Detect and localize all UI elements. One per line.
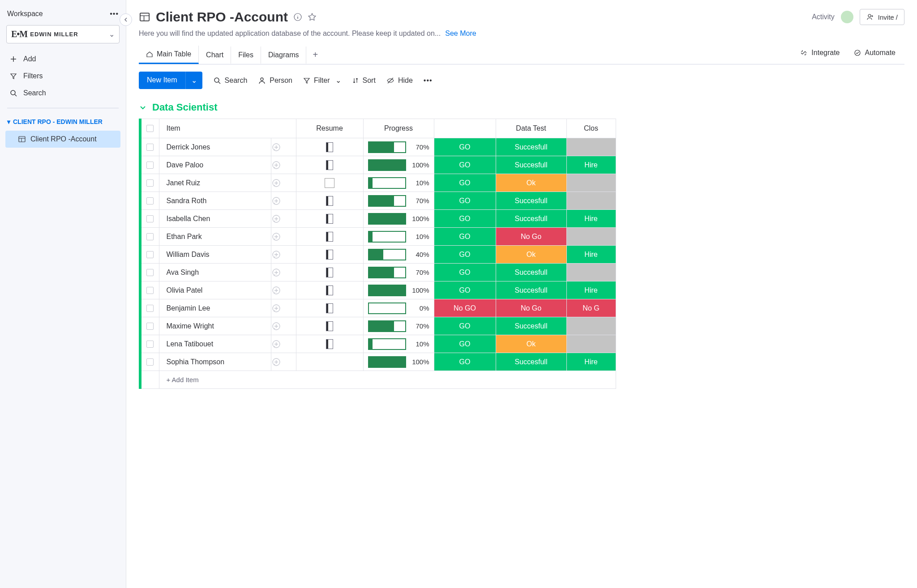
item-name-cell[interactable]: William Davis (159, 246, 271, 264)
sort-button[interactable]: Sort (352, 77, 376, 85)
datatest-status[interactable]: Succesfull (496, 281, 566, 299)
progress-cell[interactable]: 70% (363, 138, 434, 156)
table-row[interactable]: Lena Tatibouet10%GOOk (140, 335, 616, 353)
item-name-cell[interactable]: Olivia Patel (159, 281, 271, 299)
person-filter-button[interactable]: Person (258, 77, 292, 85)
table-row[interactable]: Benjamin Lee0%No GONo GoNo G (140, 299, 616, 317)
progress-cell[interactable]: 100% (363, 281, 434, 299)
analysis-status[interactable]: GO (434, 281, 496, 299)
conversation-button[interactable] (271, 210, 296, 228)
conversation-button[interactable] (271, 281, 296, 299)
row-checkbox[interactable] (140, 299, 159, 317)
progress-cell[interactable]: 10% (363, 228, 434, 246)
document-thumb-icon[interactable] (325, 178, 334, 188)
analysis-status[interactable]: GO (434, 353, 496, 371)
progress-cell[interactable]: 40% (363, 246, 434, 264)
search-button[interactable]: Search (213, 77, 248, 85)
row-checkbox[interactable] (140, 228, 159, 246)
conversation-button[interactable] (271, 353, 296, 371)
analysis-status[interactable]: GO (434, 335, 496, 353)
item-name-cell[interactable]: Ethan Park (159, 228, 271, 246)
conversation-button[interactable] (271, 174, 296, 192)
table-row[interactable]: Dave Paloo100%GOSuccesfullHire (140, 156, 616, 174)
column-progress[interactable]: Progress (363, 119, 434, 138)
conversation-button[interactable] (271, 138, 296, 156)
progress-cell[interactable]: 0% (363, 299, 434, 317)
see-more-link[interactable]: See More (445, 30, 476, 38)
closing-status[interactable] (566, 174, 616, 192)
datatest-status[interactable]: Succesfull (496, 210, 566, 228)
document-thumb-icon[interactable] (326, 303, 333, 313)
item-name-cell[interactable]: Derrick Jones (159, 138, 271, 156)
info-icon[interactable] (293, 13, 302, 21)
chevron-down-icon[interactable] (139, 103, 147, 111)
closing-status[interactable] (566, 335, 616, 353)
column-analysis[interactable]: Analysis (434, 119, 496, 138)
add-view-button[interactable]: + (306, 47, 324, 63)
datatest-status[interactable]: Ok (496, 335, 566, 353)
column-datatest[interactable]: Data Test (496, 119, 566, 138)
group-title[interactable]: Data Scientist (152, 102, 218, 113)
document-thumb-icon[interactable] (326, 196, 333, 206)
analysis-status[interactable]: GO (434, 138, 496, 156)
column-item[interactable]: Item (159, 119, 296, 138)
add-item-button[interactable]: + Add Item (159, 371, 616, 389)
datatest-status[interactable]: Succesfull (496, 192, 566, 210)
datatest-status[interactable]: Ok (496, 246, 566, 264)
closing-status[interactable]: No G (566, 299, 616, 317)
document-thumb-icon[interactable] (326, 160, 333, 170)
conversation-button[interactable] (271, 192, 296, 210)
analysis-status[interactable]: GO (434, 317, 496, 335)
document-thumb-icon[interactable] (326, 142, 333, 152)
row-checkbox[interactable] (140, 192, 159, 210)
resume-cell[interactable] (296, 228, 363, 246)
conversation-button[interactable] (271, 299, 296, 317)
datatest-status[interactable]: Ok (496, 174, 566, 192)
column-resume[interactable]: Resume (296, 119, 363, 138)
item-name-cell[interactable]: Sophia Thompson (159, 353, 271, 371)
document-thumb-icon[interactable] (326, 250, 333, 260)
resume-cell[interactable] (296, 353, 363, 371)
resume-cell[interactable] (296, 335, 363, 353)
sidebar-filters-button[interactable]: Filters (5, 68, 120, 85)
progress-cell[interactable]: 70% (363, 192, 434, 210)
datatest-status[interactable]: Succesfull (496, 317, 566, 335)
progress-cell[interactable]: 70% (363, 264, 434, 281)
star-icon[interactable] (308, 13, 317, 21)
activity-label[interactable]: Activity (812, 13, 835, 21)
tab-files[interactable]: Files (231, 47, 261, 64)
analysis-status[interactable]: GO (434, 228, 496, 246)
table-row[interactable]: Isabella Chen100%GOSuccesfullHire (140, 210, 616, 228)
collapse-sidebar-button[interactable] (120, 13, 132, 26)
table-row[interactable]: Olivia Patel100%GOSuccesfullHire (140, 281, 616, 299)
document-thumb-icon[interactable] (326, 268, 333, 277)
progress-cell[interactable]: 100% (363, 156, 434, 174)
analysis-status[interactable]: GO (434, 174, 496, 192)
item-name-cell[interactable]: Benjamin Lee (159, 299, 271, 317)
resume-cell[interactable] (296, 156, 363, 174)
item-name-cell[interactable]: Maxime Wright (159, 317, 271, 335)
analysis-status[interactable]: GO (434, 156, 496, 174)
table-row[interactable]: Derrick Jones70%GOSuccesfull (140, 138, 616, 156)
row-checkbox[interactable] (140, 138, 159, 156)
document-thumb-icon[interactable] (326, 232, 333, 242)
closing-status[interactable] (566, 317, 616, 335)
resume-cell[interactable] (296, 264, 363, 281)
analysis-status[interactable]: GO (434, 210, 496, 228)
closing-status[interactable]: Hire (566, 210, 616, 228)
item-name-cell[interactable]: Ava Singh (159, 264, 271, 281)
resume-cell[interactable] (296, 210, 363, 228)
hide-button[interactable]: Hide (386, 77, 413, 85)
row-checkbox[interactable] (140, 281, 159, 299)
table-row[interactable]: Sophia Thompson100%GOSuccesfullHire (140, 353, 616, 371)
item-name-cell[interactable]: Dave Paloo (159, 156, 271, 174)
conversation-button[interactable] (271, 228, 296, 246)
resume-cell[interactable] (296, 317, 363, 335)
analysis-status[interactable]: GO (434, 246, 496, 264)
integrate-button[interactable]: Integrate (800, 49, 840, 61)
table-row[interactable]: Ethan Park10%GONo Go (140, 228, 616, 246)
datatest-status[interactable]: Succesfull (496, 156, 566, 174)
row-checkbox[interactable] (140, 317, 159, 335)
analysis-status[interactable]: No GO (434, 299, 496, 317)
more-options-button[interactable]: ••• (424, 77, 433, 85)
